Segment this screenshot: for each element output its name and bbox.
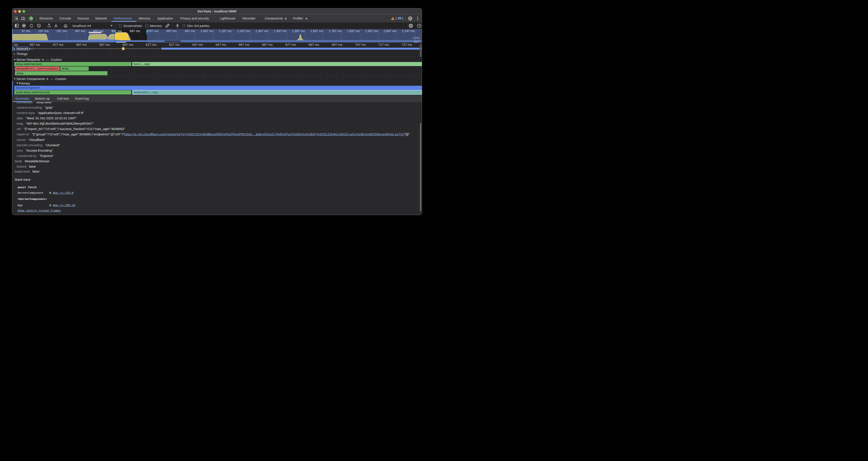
- svg-text:397 ms: 397 ms: [75, 29, 85, 32]
- svg-text:1,597 ms: 1,597 ms: [292, 29, 305, 32]
- svg-text:297 ms: 297 ms: [57, 29, 67, 32]
- svg-text:1,397 ms: 1,397 ms: [255, 29, 268, 32]
- svg-text:1,797 ms: 1,797 ms: [329, 29, 342, 32]
- svg-text:?: ?: [418, 24, 420, 27]
- svg-text:1,497 ms: 1,497 ms: [274, 29, 287, 32]
- svg-text:1,097 ms: 1,097 ms: [200, 29, 213, 32]
- svg-text:1,297 ms: 1,297 ms: [237, 29, 250, 32]
- svg-text:1,697 ms: 1,697 ms: [310, 29, 323, 32]
- svg-text:1,197 ms: 1,197 ms: [219, 29, 231, 32]
- svg-text:1,997 ms: 1,997 ms: [365, 29, 378, 32]
- svg-text:697 ms: 697 ms: [130, 29, 140, 32]
- svg-text:197 ms: 197 ms: [38, 29, 49, 32]
- svg-text:997 ms: 997 ms: [185, 29, 195, 32]
- svg-text:2,097 ms: 2,097 ms: [383, 29, 396, 32]
- svg-text:CPU: CPU: [413, 36, 420, 40]
- svg-text:97 ms: 97 ms: [22, 29, 30, 32]
- svg-text:2,197 ms: 2,197 ms: [402, 29, 415, 32]
- svg-text:1,897 ms: 1,897 ms: [347, 29, 360, 32]
- svg-text:797 ms: 797 ms: [148, 29, 158, 32]
- svg-text:897 ms: 897 ms: [166, 29, 177, 32]
- svg-text:NET: NET: [414, 40, 420, 43]
